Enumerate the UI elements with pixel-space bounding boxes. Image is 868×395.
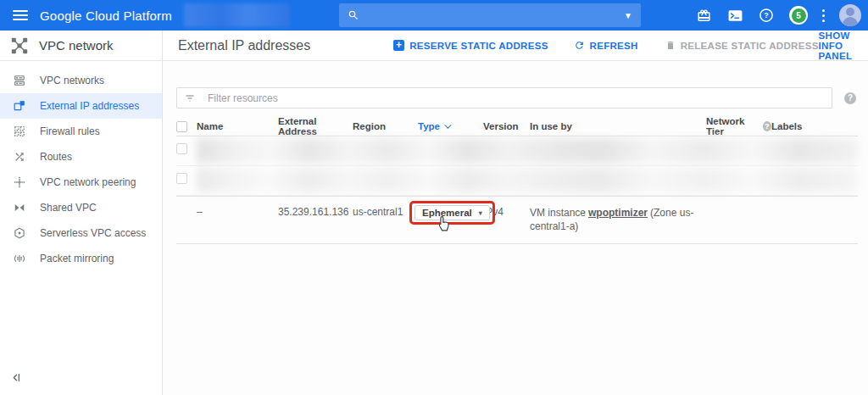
annotation-highlight-box: Ephemeral ▾ (409, 201, 495, 225)
sidebar-item-label: VPC networks (40, 75, 104, 86)
trash-icon (665, 40, 676, 51)
gcp-console-window: Google Cloud Platform ▼ ? 5 (0, 0, 868, 395)
table-header-row: Name External Address Region Type Versio… (176, 116, 858, 136)
settings-overflow-icon[interactable] (822, 9, 825, 22)
sidebar-item-label: External IP addresses (40, 100, 139, 112)
show-info-panel-button[interactable]: SHOW INFO PANEL (819, 31, 853, 61)
refresh-icon (574, 40, 585, 51)
select-all-checkbox[interactable] (176, 121, 187, 132)
sidebar-item-label: Packet mirroring (40, 253, 114, 264)
sidebar-item-shared-vpc[interactable]: Shared VPC (0, 195, 162, 220)
vpc-networks-icon (14, 75, 25, 86)
filter-resources-input[interactable] (206, 92, 825, 105)
sidebar-title: VPC network (39, 38, 114, 53)
col-header-name[interactable]: Name (197, 121, 278, 131)
sidebar-item-vpc-networks[interactable]: VPC networks (0, 68, 162, 93)
reserve-static-address-button[interactable]: + RESERVE STATIC ADDRESS (393, 40, 548, 51)
col-header-labels[interactable]: Labels (771, 121, 858, 131)
sidebar-item-label: Serverless VPC access (40, 227, 146, 239)
refresh-button[interactable]: REFRESH (574, 40, 638, 51)
hamburger-menu-icon[interactable] (13, 10, 28, 20)
table-row-redacted[interactable] (176, 136, 858, 166)
hand-cursor-icon (437, 215, 451, 233)
cell-network-tier (706, 204, 771, 206)
vpc-network-icon (11, 37, 28, 54)
shared-vpc-icon (14, 202, 25, 214)
sidebar: VPC network VPC networks External IP add… (0, 31, 163, 395)
cell-in-use-by: VM instancewpoptimizer(Zone us-central1-… (530, 204, 706, 233)
release-static-address-button[interactable]: RELEASE STATIC ADDRESS (665, 40, 819, 51)
sidebar-item-firewall-rules[interactable]: Firewall rules (0, 119, 162, 144)
external-ip-table: Name External Address Region Type Versio… (176, 116, 858, 244)
vm-instance-link[interactable]: wpoptimizer (588, 207, 648, 219)
search-input[interactable]: ▼ (339, 3, 641, 27)
col-header-network-tier[interactable]: Network Tier? (706, 116, 771, 136)
external-ip-icon (14, 100, 25, 112)
firewall-icon (14, 125, 25, 137)
search-icon (348, 9, 359, 21)
network-tier-help-icon[interactable]: ? (763, 121, 771, 131)
packet-mirroring-icon (14, 253, 25, 264)
col-header-type[interactable]: Type (418, 121, 483, 131)
page-title: External IP addresses (178, 38, 310, 53)
row-checkbox[interactable] (176, 173, 187, 184)
sidebar-item-label: VPC network peering (40, 176, 136, 188)
cell-external-address: 35.239.161.136 (278, 204, 353, 218)
cell-region: us-central1 (353, 204, 418, 218)
col-header-in-use-by[interactable]: In use by (530, 121, 706, 131)
table-row[interactable]: – 35.239.161.136 us-central1 Ephemeral ▾ (176, 196, 858, 244)
sidebar-item-label: Routes (40, 151, 72, 163)
serverless-icon (14, 227, 25, 239)
filter-icon (184, 93, 196, 103)
project-selector-redacted[interactable] (184, 3, 290, 27)
svg-text:?: ? (764, 11, 769, 19)
cell-name: – (197, 204, 278, 218)
content-area: ? Name External Address Region Type Vers… (163, 61, 868, 395)
sidebar-item-external-ip-addresses[interactable]: External IP addresses (0, 93, 162, 119)
row-checkbox[interactable] (176, 143, 187, 154)
col-header-version[interactable]: Version (483, 121, 530, 131)
chevron-down-icon (444, 121, 451, 128)
sidebar-item-vpc-network-peering[interactable]: VPC network peering (0, 170, 162, 195)
peering-icon (14, 176, 25, 188)
redacted-content (197, 138, 858, 163)
redacted-content (197, 168, 858, 192)
cell-labels (771, 204, 858, 206)
filter-resources-bar[interactable] (176, 87, 832, 108)
page-toolbar: External IP addresses + RESERVE STATIC A… (163, 31, 868, 61)
sidebar-header: VPC network (0, 31, 162, 61)
search-scope-caret-icon[interactable]: ▼ (624, 11, 632, 20)
sidebar-item-packet-mirroring[interactable]: Packet mirroring (0, 246, 162, 271)
col-header-region[interactable]: Region (353, 121, 418, 131)
plus-icon: + (393, 40, 404, 51)
filter-help-icon[interactable]: ? (844, 92, 856, 104)
ip-type-dropdown[interactable]: Ephemeral ▾ (415, 205, 490, 220)
col-header-external-address[interactable]: External Address (278, 116, 353, 136)
help-icon[interactable]: ? (758, 7, 775, 24)
brand-title[interactable]: Google Cloud Platform (40, 8, 172, 23)
cloud-shell-icon[interactable] (726, 7, 743, 24)
top-navigation-bar: Google Cloud Platform ▼ ? 5 (0, 0, 868, 31)
notification-count: 5 (792, 8, 806, 23)
sidebar-item-routes[interactable]: Routes (0, 144, 162, 170)
free-trial-gift-icon[interactable] (695, 7, 712, 24)
sidebar-item-label: Firewall rules (40, 125, 100, 137)
sidebar-item-serverless-vpc-access[interactable]: Serverless VPC access (0, 220, 162, 246)
table-row-redacted[interactable] (176, 166, 858, 196)
account-avatar[interactable] (839, 4, 861, 26)
sidebar-item-label: Shared VPC (40, 202, 97, 214)
collapse-sidebar-icon[interactable] (10, 371, 21, 387)
dropdown-caret-icon: ▾ (479, 209, 482, 217)
notifications-badge[interactable]: 5 (789, 6, 808, 25)
main-content: External IP addresses + RESERVE STATIC A… (163, 31, 868, 395)
routes-icon (14, 151, 25, 163)
